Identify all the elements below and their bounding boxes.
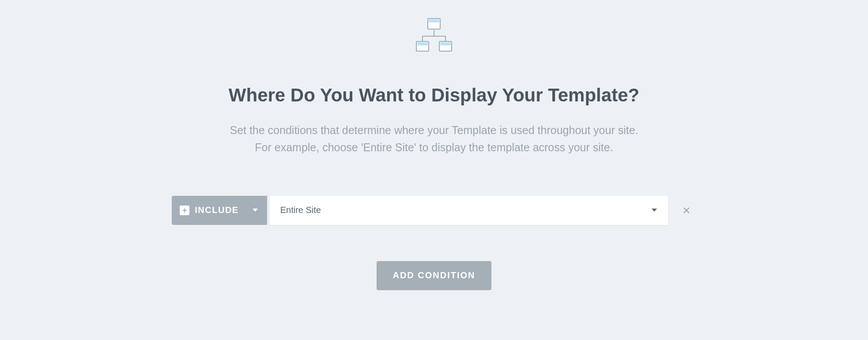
subtitle-line-2: For example, choose 'Entire Site' to dis… [255, 141, 613, 153]
subtitle-line-1: Set the conditions that determine where … [230, 124, 638, 136]
include-mode-select[interactable]: + INCLUDE [172, 196, 267, 225]
scope-select[interactable]: Entire Site [270, 196, 668, 225]
caret-down-icon [651, 206, 657, 214]
display-conditions-panel: Where Do You Want to Display Your Templa… [0, 0, 868, 340]
caret-down-icon [252, 208, 258, 213]
sitemap-icon [415, 18, 453, 54]
plus-icon: + [180, 205, 189, 215]
include-mode-label: INCLUDE [195, 205, 238, 215]
close-icon: × [683, 203, 691, 218]
svg-rect-9 [440, 42, 451, 45]
remove-condition-button[interactable]: × [677, 201, 696, 220]
svg-rect-5 [429, 19, 439, 22]
scope-value: Entire Site [280, 205, 321, 215]
condition-row: + INCLUDE Entire Site × [172, 196, 696, 225]
svg-rect-7 [417, 42, 428, 45]
page-subtitle: Set the conditions that determine where … [230, 122, 638, 156]
page-title: Where Do You Want to Display Your Templa… [229, 85, 639, 106]
add-condition-button[interactable]: ADD CONDITION [377, 261, 491, 290]
